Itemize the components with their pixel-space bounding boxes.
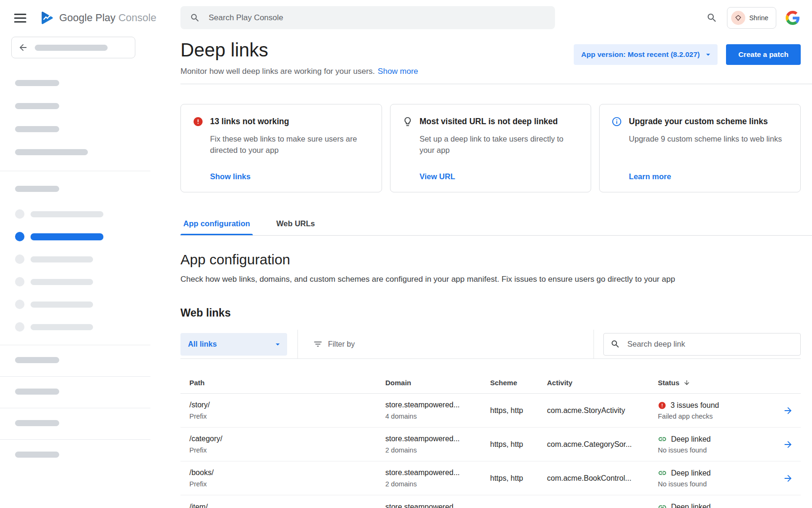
filter-by-button[interactable]: Filter by	[310, 339, 358, 349]
column-header-activity[interactable]: Activity	[547, 379, 658, 387]
row-arrow-icon[interactable]	[783, 473, 793, 484]
page-header: Deep links Monitor how well deep links a…	[180, 39, 801, 76]
play-console-logo[interactable]: Google Play Console	[39, 10, 156, 25]
links-filter-dropdown[interactable]: All links	[180, 333, 287, 356]
path-type: Prefix	[189, 413, 385, 420]
sidebar-item[interactable]	[0, 300, 150, 309]
card-body: Fix these web links to make sure users a…	[210, 134, 370, 156]
table-row[interactable]: /item/ store.steampowered... Deep linked	[180, 495, 801, 508]
shrine-app-icon	[731, 11, 745, 25]
web-links-title: Web links	[180, 307, 801, 319]
skeleton-bar	[31, 211, 103, 217]
skeleton-bar	[31, 302, 93, 308]
topbar-right: Shrine	[706, 7, 812, 29]
sidebar-divider	[0, 408, 150, 408]
scheme: https, http	[490, 406, 547, 415]
menu-icon[interactable]	[14, 14, 26, 23]
status-badge: Deep linked	[671, 503, 711, 508]
sidebar-skeleton-group	[15, 80, 150, 155]
skeleton-bar	[15, 149, 88, 155]
app-switcher-chip[interactable]: Shrine	[727, 7, 776, 29]
domain-count: 4 domains	[385, 413, 490, 420]
active-item-bar	[31, 233, 103, 240]
google-logo-icon	[786, 11, 800, 25]
column-header-domain[interactable]: Domain	[385, 379, 490, 387]
skeleton-bar	[35, 45, 108, 51]
sidebar-item[interactable]	[0, 254, 150, 264]
table-row[interactable]: /story/Prefix store.steampowered...4 dom…	[180, 394, 801, 428]
play-logo-icon	[39, 10, 55, 25]
app-switcher-label: Shrine	[750, 14, 768, 22]
sidebar-item[interactable]	[0, 209, 150, 219]
sidebar-item[interactable]	[0, 277, 150, 286]
divider	[297, 330, 298, 359]
logo-text: Google Play Console	[59, 12, 156, 24]
google-account-avatar[interactable]	[786, 11, 800, 25]
show-links-link[interactable]: Show links	[210, 172, 370, 181]
status-badge: Deep linked	[671, 469, 711, 477]
nav-item-icon	[15, 232, 24, 241]
search-icon-button[interactable]	[706, 12, 718, 24]
sidebar-item[interactable]	[0, 322, 150, 332]
sidebar-item-active[interactable]	[0, 232, 150, 241]
info-icon	[611, 116, 622, 127]
create-patch-button[interactable]: Create a patch	[726, 44, 801, 65]
link-icon	[658, 435, 667, 444]
table-row[interactable]: /books/Prefix store.steampowered...2 dom…	[180, 461, 801, 495]
card-most-visited-url: Most visited URL is not deep linked Set …	[390, 104, 592, 192]
deep-link-search[interactable]	[603, 333, 801, 356]
header-divider	[180, 84, 812, 84]
card-upgrade-custom-scheme: Upgrade your custom scheme links Upgrade…	[599, 104, 801, 192]
filter-by-label: Filter by	[328, 340, 355, 349]
sidebar-nav-list	[0, 209, 150, 332]
skeleton-bar	[15, 126, 59, 132]
deep-link-search-input[interactable]	[626, 339, 794, 349]
status-detail: No issues found	[658, 446, 771, 454]
skeleton-bar	[15, 186, 59, 192]
show-more-link[interactable]: Show more	[378, 67, 418, 76]
scheme: https, http	[490, 440, 547, 449]
tab-bar: App configuration Web URLs	[180, 214, 812, 236]
domain-count: 2 domains	[385, 480, 490, 488]
sidebar-divider	[0, 439, 150, 440]
logo-text-secondary: Console	[118, 12, 156, 24]
status-detail: No issues found	[658, 480, 771, 488]
row-arrow-icon[interactable]	[783, 439, 793, 450]
link-icon	[658, 503, 667, 508]
row-arrow-icon[interactable]	[783, 405, 793, 416]
app-version-label: App version: Most recent (8.2.027)	[581, 50, 700, 59]
search-icon	[610, 339, 620, 349]
filter-icon	[313, 339, 323, 349]
app-version-selector[interactable]: App version: Most recent (8.2.027)	[574, 44, 718, 65]
domain: store.steampowered...	[385, 401, 490, 409]
deep-link-path: /story/	[189, 401, 385, 409]
skeleton-bar	[31, 279, 93, 285]
path-type: Prefix	[189, 480, 385, 488]
global-search[interactable]	[180, 6, 555, 29]
nav-item-icon	[15, 300, 24, 309]
sidebar-back-button[interactable]	[11, 37, 135, 58]
card-body: Upgrade 9 custom scheme links to web lin…	[629, 134, 789, 145]
search-icon	[706, 12, 718, 24]
column-header-scheme[interactable]: Scheme	[490, 379, 547, 387]
deep-link-path: /books/	[189, 468, 385, 477]
play-console-app: Google Play Console Shrine	[0, 0, 812, 508]
domain-count: 2 domains	[385, 446, 490, 454]
lightbulb-icon	[402, 116, 413, 127]
column-header-path[interactable]: Path	[189, 379, 385, 387]
global-search-input[interactable]	[208, 13, 546, 23]
activity: com.acme.StoryActivity	[547, 406, 658, 415]
domain: store.steampowered...	[385, 468, 490, 477]
table-row[interactable]: /category/Prefix store.steampowered...2 …	[180, 428, 801, 461]
view-url-link[interactable]: View URL	[420, 172, 580, 181]
error-icon	[658, 401, 666, 410]
deep-link-path: /category/	[189, 435, 385, 443]
back-arrow-icon	[18, 42, 28, 53]
skeleton-bar	[15, 80, 59, 86]
column-header-status[interactable]: Status	[658, 379, 771, 387]
tab-web-urls[interactable]: Web URLs	[273, 214, 318, 235]
tab-app-configuration[interactable]: App configuration	[180, 214, 253, 235]
learn-more-link[interactable]: Learn more	[629, 172, 789, 181]
skeleton-bar	[15, 103, 59, 109]
skeleton-bar	[31, 256, 93, 262]
